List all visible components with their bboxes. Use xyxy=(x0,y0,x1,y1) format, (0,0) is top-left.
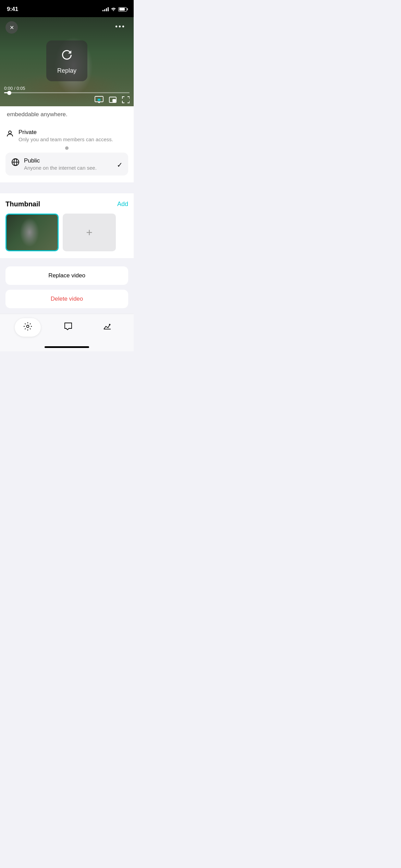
section-gap-1 xyxy=(0,182,134,193)
settings-icon xyxy=(23,322,33,333)
chat-icon xyxy=(63,322,73,333)
video-progress-bar[interactable] xyxy=(4,92,130,93)
bottom-nav xyxy=(0,314,134,343)
thumbnail-row: + xyxy=(5,214,128,251)
public-icon xyxy=(11,158,20,168)
more-options-button[interactable]: ••• xyxy=(112,21,128,32)
battery-icon xyxy=(118,7,127,12)
nav-settings[interactable] xyxy=(15,318,41,337)
svg-rect-2 xyxy=(98,99,100,101)
replay-label: Replay xyxy=(57,67,76,74)
video-overlay: ✕ ••• Replay 0:00 / 0:05 xyxy=(0,17,134,106)
replay-overlay[interactable]: Replay xyxy=(46,40,87,81)
status-bar: 9:41 xyxy=(0,0,134,17)
replay-center[interactable]: Replay xyxy=(0,38,134,84)
thumbnail-section: Thumbnail Add + xyxy=(0,193,134,258)
video-time: 0:00 / 0:05 xyxy=(4,86,130,91)
svg-point-9 xyxy=(27,325,29,328)
private-text: Private Only you and team members can ac… xyxy=(19,129,113,142)
wifi-icon xyxy=(111,7,116,12)
public-option[interactable]: Public Anyone on the internet can see. ✓ xyxy=(5,153,128,176)
close-button[interactable]: ✕ xyxy=(5,21,18,34)
home-indicator xyxy=(0,343,134,351)
public-text: Public Anyone on the internet can see. xyxy=(24,157,97,171)
embed-text: embeddable anywhere. xyxy=(0,106,134,124)
fullscreen-button[interactable] xyxy=(122,96,130,104)
svg-point-5 xyxy=(9,131,11,134)
svg-marker-1 xyxy=(97,101,101,103)
private-option[interactable]: Private Only you and team members can ac… xyxy=(5,124,128,145)
nav-chat[interactable] xyxy=(57,320,80,335)
replay-icon xyxy=(59,47,74,64)
thumbnail-image xyxy=(7,215,58,250)
home-indicator-bar xyxy=(45,346,89,348)
private-icon xyxy=(5,130,14,140)
add-thumbnail-button[interactable]: Add xyxy=(117,201,128,208)
airplay-button[interactable] xyxy=(95,96,104,104)
video-progress-thumb xyxy=(7,91,11,95)
thumbnail-add-button[interactable]: + xyxy=(63,214,116,251)
nav-analytics[interactable] xyxy=(96,320,119,335)
action-section: Replace video Delete video xyxy=(0,258,134,314)
video-top-bar: ✕ ••• xyxy=(0,17,134,38)
thumbnail-add-icon: + xyxy=(86,226,93,239)
analytics-icon xyxy=(102,322,112,333)
video-controls-row xyxy=(4,96,130,104)
thumbnail-title: Thumbnail xyxy=(5,200,40,208)
signal-icon xyxy=(102,7,109,11)
svg-rect-4 xyxy=(113,99,116,102)
thumbnail-header: Thumbnail Add xyxy=(5,200,128,208)
delete-video-button[interactable]: Delete video xyxy=(5,290,128,308)
status-time: 9:41 xyxy=(7,6,18,13)
divider-dot xyxy=(5,145,128,151)
thumbnail-selected[interactable] xyxy=(5,214,59,251)
privacy-section: Private Only you and team members can ac… xyxy=(0,124,134,182)
pip-button[interactable] xyxy=(109,97,117,103)
video-player[interactable]: ✕ ••• Replay 0:00 / 0:05 xyxy=(0,17,134,106)
replace-video-button[interactable]: Replace video xyxy=(5,266,128,285)
video-bottom-bar: 0:00 / 0:05 xyxy=(0,84,134,106)
status-icons xyxy=(102,7,127,12)
selected-checkmark: ✓ xyxy=(117,161,123,169)
video-progress-fill xyxy=(4,92,9,93)
